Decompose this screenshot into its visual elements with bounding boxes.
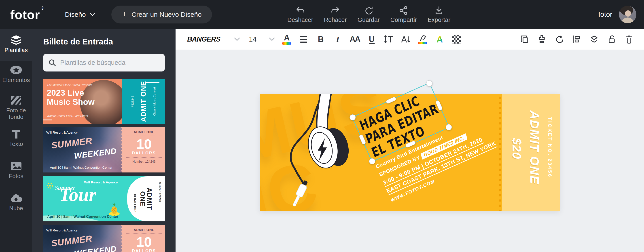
stub-price: $20 — [510, 138, 524, 159]
template3-details: April 10 | 8am | Walnut Convention Cente… — [47, 215, 118, 219]
create-design-label: Crear un Nuevo Diseño — [132, 11, 202, 18]
transparency-icon — [452, 35, 461, 44]
template2-brand: Will Resort & Agency — [46, 130, 78, 134]
canvas[interactable]: MUSIC HAGA CLIC PARA EDITAR EL TEXTO — [176, 50, 644, 252]
highlight-icon — [418, 34, 427, 41]
object-actions-group — [519, 33, 634, 46]
rotate-button[interactable] — [554, 33, 564, 46]
font-size-select[interactable]: 14 — [249, 35, 275, 43]
template1-dash2 — [43, 120, 52, 120]
text-effects-button[interactable]: A — [434, 33, 445, 46]
format-painter-icon — [537, 34, 547, 44]
audio-jack — [291, 179, 310, 208]
search-input[interactable] — [60, 59, 160, 66]
sidebar-label-foto-de-fondo: Foto de fondo — [0, 107, 32, 120]
stub-admit-one: ADMIT ONE — [528, 111, 542, 184]
sidebar-label-texto: Texto — [0, 141, 32, 147]
pineapple-icon — [108, 202, 120, 216]
font-case-button[interactable]: AA — [350, 33, 360, 46]
star-badge-icon — [0, 65, 32, 75]
headband — [322, 94, 326, 132]
font-case-icon: AA — [350, 35, 360, 44]
transparency-button[interactable] — [452, 33, 462, 46]
line-height-button[interactable] — [384, 33, 394, 46]
sidebar-item-foto-de-fondo[interactable]: Foto de fondo — [0, 95, 32, 120]
template-thumb-summer-weekend[interactable]: Will Resort & Agency SUMMER WEEKEND Apri… — [43, 127, 165, 173]
template3-title: Tour — [59, 184, 96, 206]
template2-dotted-line2 — [126, 157, 162, 158]
text-effects-icon: A — [436, 34, 443, 44]
italic-button[interactable]: I — [332, 33, 343, 46]
redo-label: Rehacer — [324, 16, 347, 23]
template2-price: 10 — [123, 137, 165, 151]
background-stripes-icon — [0, 95, 32, 105]
rotate-icon — [554, 34, 564, 44]
selection-handle-top-right[interactable] — [425, 79, 433, 87]
rainbow-bar — [418, 42, 427, 44]
undo-button[interactable]: Deshacer — [287, 5, 313, 23]
sidebar-label-nube: Nube — [0, 205, 32, 212]
sidebar-item-fotos[interactable]: Fotos — [0, 161, 32, 179]
layers-order-button[interactable] — [589, 33, 599, 46]
template-thumb-live-music-show[interactable]: The Musical Stone Studio Presents 2023 L… — [43, 79, 165, 124]
template-thumb-summer-weekend-2[interactable]: Will Resort & Agency SUMMER WEEKEND Apri… — [43, 225, 165, 252]
unlock-button[interactable] — [606, 33, 617, 46]
sidebar-item-plantillas[interactable]: Plantillas — [0, 29, 32, 61]
template-thumb-summer-tour[interactable]: Summer Tour Will Resort & Agency April 1… — [43, 176, 165, 221]
share-button[interactable]: Compartir — [390, 5, 417, 23]
panel-title: Billete de Entrada — [43, 37, 113, 46]
template2-dotted-line — [126, 136, 162, 136]
sidebar-item-elementos[interactable]: Elementos — [0, 65, 32, 83]
align-objects-button[interactable] — [572, 33, 582, 46]
template3-price: 10 DALLORS — [133, 194, 136, 213]
chevron-down-icon — [90, 13, 95, 16]
export-label: Exportar — [428, 16, 450, 23]
bold-icon: B — [318, 35, 324, 44]
letter-spacing-icon — [401, 35, 410, 44]
sidebar-item-texto[interactable]: Texto — [0, 129, 32, 147]
rainbow-bar — [282, 42, 291, 45]
fotor-logo-text: fotor — [10, 7, 40, 22]
avatar[interactable] — [619, 6, 636, 23]
template4-stub: ADMIT ONE 10 DALLORS Number. 124243 — [123, 225, 165, 252]
text-color-icon: A — [284, 34, 290, 41]
sync-icon — [364, 5, 374, 15]
letter-spacing-button[interactable] — [400, 33, 411, 46]
align-justify-icon — [300, 36, 307, 43]
design-menu-button[interactable]: Diseño — [65, 11, 95, 18]
layers-icon — [0, 35, 32, 45]
duplicate-button[interactable] — [519, 33, 530, 46]
redo-icon — [330, 5, 340, 15]
account-name: fotor — [598, 10, 612, 18]
redo-button[interactable]: Rehacer — [324, 5, 347, 23]
highlight-button[interactable] — [418, 33, 428, 46]
text-toolbar: BANGERS 14 A B I AA U A — [176, 29, 644, 50]
chevron-down-icon — [234, 37, 240, 41]
format-painter-button[interactable] — [537, 33, 547, 46]
template2-number: Number. 124243 — [123, 160, 165, 163]
share-label: Compartir — [390, 16, 417, 23]
text-icon — [0, 129, 32, 139]
search-box[interactable] — [43, 54, 165, 71]
align-objects-icon — [572, 34, 582, 44]
template1-admit: ADMIT ONE — [140, 81, 148, 122]
font-family-select[interactable]: BANGERS — [187, 35, 240, 43]
template3-admit: ADMITONE — [139, 188, 153, 210]
line-height-icon — [384, 35, 394, 44]
registered-mark: ® — [41, 5, 44, 10]
save-button[interactable]: Guardar — [358, 5, 380, 23]
export-button[interactable]: Exportar — [428, 5, 450, 23]
sidebar-item-nube[interactable]: Nube — [0, 193, 32, 212]
bold-button[interactable]: B — [316, 33, 326, 46]
template4-price-unit: DALLORS — [123, 249, 165, 252]
text-color-button[interactable]: A — [282, 33, 292, 46]
template1-number: #123242 — [131, 96, 134, 107]
font-family-value: BANGERS — [187, 35, 234, 43]
duplicate-icon — [520, 34, 529, 44]
template3-number: Number. 124243 — [158, 182, 162, 202]
create-design-button[interactable]: + Crear un Nuevo Diseño — [111, 5, 212, 23]
underline-button[interactable]: U — [366, 33, 377, 46]
template4-brand: Will Resort & Agency — [46, 228, 78, 232]
align-justify-button[interactable] — [298, 33, 309, 46]
delete-button[interactable] — [624, 33, 634, 46]
